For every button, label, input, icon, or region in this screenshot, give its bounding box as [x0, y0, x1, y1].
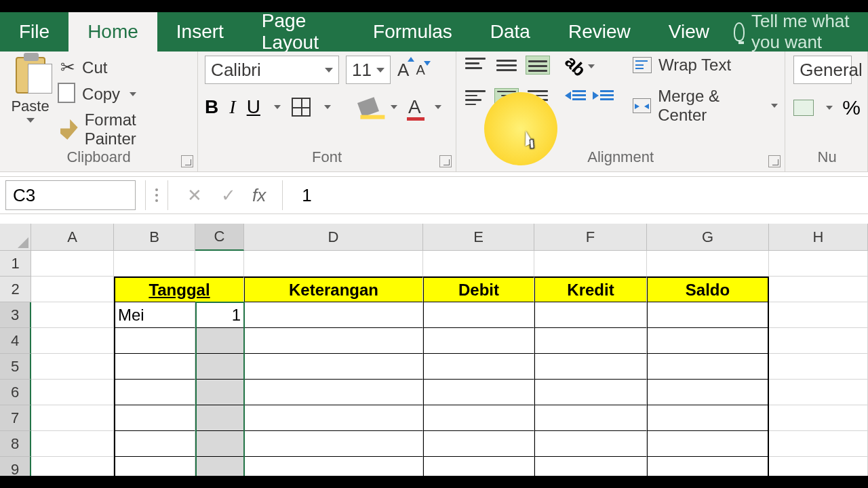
underline-dropdown-icon[interactable] — [274, 105, 281, 109]
fx-label[interactable]: fx — [245, 185, 273, 206]
cell[interactable] — [647, 380, 769, 405]
row-header-6[interactable]: 6 — [0, 380, 31, 405]
cell[interactable] — [244, 354, 423, 380]
cell[interactable] — [244, 405, 423, 431]
cell[interactable] — [769, 354, 868, 380]
cell[interactable] — [114, 354, 195, 380]
paste-dropdown-icon[interactable] — [26, 118, 35, 123]
number-format-combo[interactable]: General — [793, 56, 852, 84]
cell[interactable] — [647, 431, 769, 457]
tab-home[interactable]: Home — [68, 12, 157, 52]
tab-file[interactable]: File — [0, 12, 68, 52]
accounting-format-button[interactable] — [793, 100, 814, 116]
header-keterangan[interactable]: Keterangan — [244, 277, 423, 302]
cell[interactable] — [769, 277, 868, 302]
cell[interactable] — [114, 251, 195, 277]
font-color-dropdown-icon[interactable] — [435, 105, 441, 109]
col-header-C[interactable]: C — [195, 224, 244, 251]
cell[interactable] — [31, 302, 114, 328]
grow-font-button[interactable]: A — [397, 60, 409, 81]
cell[interactable] — [534, 354, 647, 380]
row-header-4[interactable]: 4 — [0, 328, 31, 354]
font-name-combo[interactable]: Calibri — [205, 56, 339, 84]
increase-indent-button[interactable] — [593, 90, 614, 100]
row-header-7[interactable]: 7 — [0, 405, 31, 431]
col-header-A[interactable]: A — [31, 224, 114, 251]
cell[interactable] — [31, 431, 114, 457]
copy-dropdown-icon[interactable] — [130, 92, 136, 96]
cell[interactable] — [31, 277, 114, 302]
tell-me-search[interactable]: Tell me what you want — [734, 12, 868, 52]
cell[interactable] — [769, 431, 868, 457]
alignment-dialog-launcher[interactable] — [768, 155, 781, 167]
merge-dropdown-icon[interactable] — [771, 104, 778, 108]
row-header-8[interactable]: 8 — [0, 431, 31, 457]
align-middle-button[interactable] — [494, 56, 519, 75]
cell[interactable] — [31, 251, 114, 277]
font-dialog-launcher[interactable] — [439, 155, 452, 167]
wrap-text-button[interactable]: Wrap Text — [633, 56, 778, 75]
font-size-combo[interactable]: 11 — [346, 56, 391, 84]
cell[interactable] — [769, 251, 868, 277]
tab-formulas[interactable]: Formulas — [354, 12, 471, 52]
cell[interactable] — [423, 302, 534, 328]
cell[interactable] — [534, 431, 647, 457]
cancel-formula-button[interactable]: ✕ — [178, 185, 212, 206]
cell[interactable] — [769, 328, 868, 354]
cell[interactable] — [534, 380, 647, 405]
cell[interactable] — [534, 302, 647, 328]
cell[interactable] — [195, 431, 244, 457]
cell[interactable] — [769, 405, 868, 431]
cell[interactable] — [423, 328, 534, 354]
col-header-B[interactable]: B — [114, 224, 195, 251]
cell[interactable] — [195, 251, 244, 277]
formula-bar-grip[interactable] — [155, 188, 158, 202]
row-header-3[interactable]: 3 — [0, 302, 31, 328]
cell[interactable] — [31, 354, 114, 380]
tab-page-layout[interactable]: Page Layout — [243, 12, 354, 52]
bold-button[interactable]: B — [205, 96, 218, 118]
fill-color-button[interactable] — [357, 97, 379, 117]
align-center-button[interactable] — [494, 88, 519, 107]
header-kredit[interactable]: Kredit — [534, 277, 647, 302]
cell[interactable] — [31, 405, 114, 431]
cell[interactable] — [769, 380, 868, 405]
col-header-H[interactable]: H — [769, 224, 868, 251]
cell[interactable] — [534, 328, 647, 354]
cell[interactable] — [647, 405, 769, 431]
align-right-button[interactable] — [526, 88, 550, 107]
cell[interactable] — [534, 405, 647, 431]
header-saldo[interactable]: Saldo — [647, 277, 769, 302]
col-header-F[interactable]: F — [534, 224, 647, 251]
tab-insert[interactable]: Insert — [157, 12, 243, 52]
cell[interactable] — [195, 328, 244, 354]
cell[interactable] — [244, 251, 423, 277]
cell[interactable] — [195, 354, 244, 380]
cell[interactable] — [423, 405, 534, 431]
col-header-E[interactable]: E — [423, 224, 534, 251]
borders-dropdown-icon[interactable] — [324, 105, 331, 109]
cell-C3[interactable]: 1 — [195, 302, 244, 328]
cell[interactable] — [195, 405, 244, 431]
italic-button[interactable]: I — [229, 96, 235, 118]
cell[interactable] — [114, 405, 195, 431]
cell[interactable] — [647, 251, 769, 277]
fill-dropdown-icon[interactable] — [391, 105, 397, 109]
select-all-corner[interactable] — [0, 224, 31, 251]
orientation-button[interactable]: ab — [565, 56, 614, 77]
header-debit[interactable]: Debit — [423, 277, 534, 302]
tab-review[interactable]: Review — [549, 12, 650, 52]
cell[interactable] — [534, 251, 647, 277]
cell[interactable] — [244, 302, 423, 328]
align-left-button[interactable] — [463, 88, 488, 107]
cell[interactable] — [423, 431, 534, 457]
cell[interactable] — [244, 431, 423, 457]
cell[interactable] — [114, 431, 195, 457]
copy-button[interactable]: Copy — [60, 85, 191, 104]
merge-center-button[interactable]: Merge & Center — [633, 87, 778, 125]
cell[interactable] — [114, 328, 195, 354]
cell[interactable] — [423, 380, 534, 405]
format-painter-button[interactable]: Format Painter — [60, 110, 191, 148]
cell[interactable] — [769, 302, 868, 328]
row-header-2[interactable]: 2 — [0, 277, 31, 302]
